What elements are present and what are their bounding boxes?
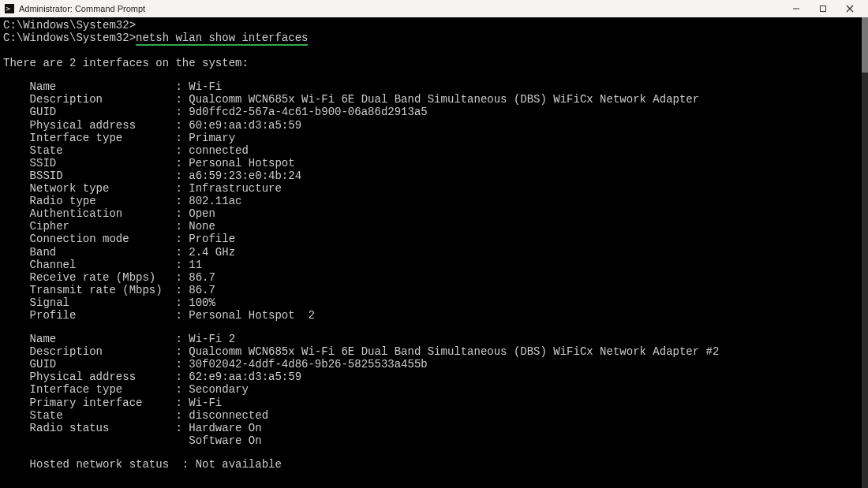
svg-rect-3 <box>821 6 826 12</box>
field-row: Band : 2.4 GHz <box>3 246 865 259</box>
titlebar-left: > Administrator: Command Prompt <box>5 4 145 14</box>
close-button[interactable] <box>836 0 863 17</box>
entered-command: netsh wlan show interfaces <box>136 32 308 46</box>
field-row: Profile : Personal Hotspot 2 <box>3 309 865 322</box>
svg-text:>: > <box>6 5 11 13</box>
window-titlebar: > Administrator: Command Prompt <box>0 0 868 17</box>
cmd-icon: > <box>5 4 14 13</box>
interface-2-block: Name : Wi-Fi 2 Description : Qualcomm WC… <box>3 333 865 447</box>
scrollbar-track[interactable] <box>862 17 868 488</box>
field-row: State : disconnected <box>3 409 865 422</box>
field-row: Channel : 11 <box>3 259 865 271</box>
titlebar-controls <box>783 0 863 17</box>
terminal-body[interactable]: C:\Windows\System32> C:\Windows\System32… <box>0 17 868 488</box>
field-row: Primary interface : Wi-Fi <box>3 397 865 409</box>
field-row: Physical address : 60:e9:aa:d3:a5:59 <box>3 119 865 132</box>
field-row: Radio type : 802.11ac <box>3 195 865 207</box>
field-row: Name : Wi-Fi <box>3 80 865 93</box>
field-row: Radio status : Hardware On <box>3 422 865 434</box>
field-row-continuation: Software On <box>3 434 865 447</box>
field-row: Description : Qualcomm WCN685x Wi-Fi 6E … <box>3 93 865 106</box>
interface-1-block: Name : Wi-Fi Description : Qualcomm WCN6… <box>3 80 865 322</box>
field-row: Authentication : Open <box>3 207 865 220</box>
scrollbar-thumb[interactable] <box>862 17 868 73</box>
window-title-text: Administrator: Command Prompt <box>19 4 145 14</box>
field-row: BSSID : a6:59:23:e0:4b:24 <box>3 169 865 182</box>
field-row: Interface type : Primary <box>3 132 865 144</box>
field-row: Cipher : None <box>3 220 865 233</box>
field-row: Receive rate (Mbps) : 86.7 <box>3 271 865 284</box>
prompt-line-2: C:\Windows\System32>netsh wlan show inte… <box>3 32 865 46</box>
field-row: SSID : Personal Hotspot <box>3 157 865 169</box>
minimize-button[interactable] <box>783 0 810 17</box>
prompt-line-1: C:\Windows\System32> <box>3 19 865 32</box>
field-row: State : connected <box>3 144 865 157</box>
field-row: Interface type : Secondary <box>3 383 865 396</box>
field-row: Connection mode : Profile <box>3 233 865 245</box>
field-row: Name : Wi-Fi 2 <box>3 333 865 345</box>
maximize-button[interactable] <box>810 0 836 17</box>
field-row: Transmit rate (Mbps) : 86.7 <box>3 284 865 296</box>
field-row: Signal : 100% <box>3 296 865 309</box>
field-row: Description : Qualcomm WCN685x Wi-Fi 6E … <box>3 345 865 358</box>
output-header: There are 2 interfaces on the system: <box>3 57 865 69</box>
field-row: Network type : Infrastructure <box>3 182 865 195</box>
field-row: GUID : 9d0ffcd2-567a-4c61-b900-06a86d291… <box>3 106 865 118</box>
field-row: Physical address : 62:e9:aa:d3:a5:59 <box>3 371 865 383</box>
prompt-path: C:\Windows\System32> <box>3 32 136 44</box>
field-row: GUID : 30f02042-4ddf-4d86-9b26-5825533a4… <box>3 358 865 371</box>
hosted-network-row: Hosted network status : Not available <box>3 458 865 471</box>
prompt-path: C:\Windows\System32> <box>3 19 136 32</box>
